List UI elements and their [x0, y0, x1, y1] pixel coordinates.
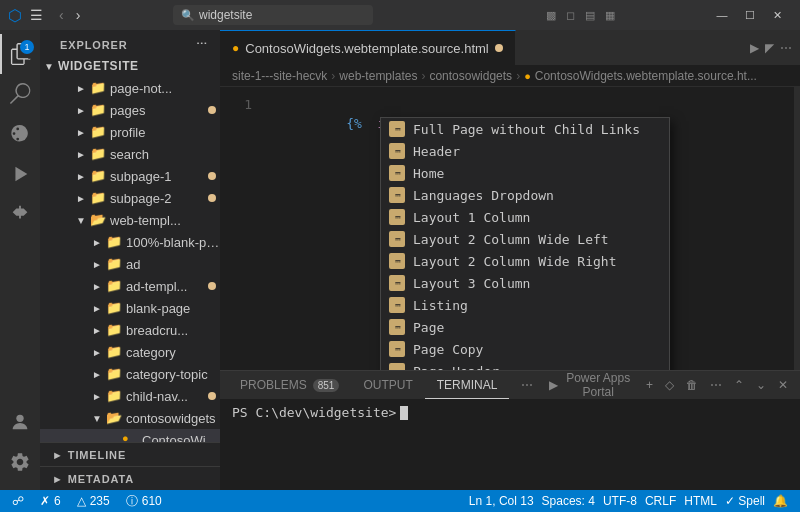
- editor-scrollbar[interactable]: [794, 87, 800, 370]
- tree-item-subpage2[interactable]: ► 📁 subpage-2: [40, 187, 220, 209]
- maximize-panel-btn[interactable]: ⌃: [730, 376, 748, 394]
- ac-item-layout2r[interactable]: ⎓ Layout 2 Column Wide Right: [381, 250, 669, 272]
- tree-item-adtempl[interactable]: ► 📁 ad-templ...: [40, 275, 220, 297]
- breadcrumb-item-3[interactable]: contosowidgets: [429, 69, 512, 83]
- status-remote[interactable]: ☍: [8, 494, 28, 508]
- status-warnings[interactable]: △ 235: [73, 494, 114, 508]
- ac-item-languages[interactable]: ⎓ Languages Dropdown: [381, 184, 669, 206]
- window-controls: — ☐ ✕: [708, 0, 792, 30]
- tree-root[interactable]: ▼ WIDGETSITE: [40, 55, 220, 77]
- activity-settings[interactable]: [0, 442, 40, 482]
- ac-item-full-page[interactable]: ⎓ Full Page without Child Links: [381, 118, 669, 140]
- search-input[interactable]: [199, 8, 319, 22]
- ac-item-header[interactable]: ⎓ Header: [381, 140, 669, 162]
- close-button[interactable]: ✕: [764, 0, 792, 30]
- activity-explorer[interactable]: 1: [0, 34, 40, 74]
- tree-item-profile[interactable]: ► 📁 profile: [40, 121, 220, 143]
- ac-item-listing[interactable]: ⎓ Listing: [381, 294, 669, 316]
- tree-item-web-templ[interactable]: ▼ 📂 web-templ...: [40, 209, 220, 231]
- ac-item-page-header[interactable]: ⎓ Page Header: [381, 360, 669, 370]
- ac-icon-layout1: ⎓: [389, 209, 405, 225]
- status-position[interactable]: Ln 1, Col 13: [465, 494, 538, 508]
- activity-run[interactable]: [0, 154, 40, 194]
- breadcrumb-item-1[interactable]: site-1---site-hecvk: [232, 69, 327, 83]
- panel-tab-problems[interactable]: PROBLEMS 851: [228, 371, 351, 399]
- ac-item-layout2l[interactable]: ⎓ Layout 2 Column Wide Left: [381, 228, 669, 250]
- menu-icon[interactable]: ☰: [30, 7, 43, 23]
- nav-back-button[interactable]: ‹: [55, 5, 68, 25]
- tree-item-blankpage[interactable]: ► 📁 blank-page: [40, 297, 220, 319]
- tree-item-search[interactable]: ► 📁 search: [40, 143, 220, 165]
- activity-search[interactable]: [0, 74, 40, 114]
- ac-icon-page-copy: ⎓: [389, 341, 405, 357]
- panel-tab-more[interactable]: ⋯: [509, 371, 545, 399]
- arrow-subpage2: ►: [76, 193, 90, 204]
- status-spell[interactable]: ✓ Spell: [721, 494, 769, 508]
- status-spaces[interactable]: Spaces: 4: [538, 494, 599, 508]
- ac-item-page[interactable]: ⎓ Page: [381, 316, 669, 338]
- status-info[interactable]: ⓘ 610: [122, 493, 166, 510]
- panel-tab-terminal[interactable]: TERMINAL: [425, 371, 510, 399]
- dot-subpage1: [208, 172, 216, 180]
- ac-item-layout1[interactable]: ⎓ Layout 1 Column: [381, 206, 669, 228]
- label-contosowid-file: ContosoWid...: [142, 433, 220, 443]
- breadcrumb-item-2[interactable]: web-templates: [339, 69, 417, 83]
- new-file-icon[interactable]: ⋯: [196, 38, 208, 51]
- layout-btn-3[interactable]: ▤: [581, 9, 599, 22]
- layout-btn-1[interactable]: ▩: [542, 9, 560, 22]
- ac-item-layout3[interactable]: ⎓ Layout 3 Column: [381, 272, 669, 294]
- editor-action-3[interactable]: ⋯: [780, 41, 792, 55]
- panel-tab-output[interactable]: OUTPUT: [351, 371, 424, 399]
- status-notifications[interactable]: 🔔: [769, 494, 792, 508]
- editor-content[interactable]: 1 {% include '' %} ⎓ Full Page without C…: [220, 87, 800, 370]
- code-area[interactable]: {% include '' %} ⎓ Full Page without Chi…: [260, 87, 794, 370]
- tree-item-ad[interactable]: ► 📁 ad: [40, 253, 220, 275]
- split-terminal-btn[interactable]: ◇: [661, 376, 678, 394]
- tree-item-breadcru[interactable]: ► 📁 breadcru...: [40, 319, 220, 341]
- active-tab[interactable]: ● ContosoWidgets.webtemplate.source.html: [220, 30, 516, 65]
- trash-terminal-btn[interactable]: 🗑: [682, 376, 702, 394]
- breadcrumb-item-4[interactable]: ContosoWidgets.webtemplate.source.ht...: [535, 69, 757, 83]
- ac-item-home[interactable]: ⎓ Home: [381, 162, 669, 184]
- ac-item-page-copy[interactable]: ⎓ Page Copy: [381, 338, 669, 360]
- tree-item-catopic[interactable]: ► 📁 category-topic: [40, 363, 220, 385]
- close-panel-btn[interactable]: ✕: [774, 376, 792, 394]
- label-category: category: [126, 345, 220, 360]
- tree-item-contosowid-file[interactable]: ● ContosoWid...: [40, 429, 220, 442]
- more-terminal-btn[interactable]: ⋯: [706, 376, 726, 394]
- new-terminal-btn[interactable]: +: [642, 376, 657, 394]
- tab-modified-dot: [495, 44, 503, 52]
- status-errors[interactable]: ✗ 6: [36, 494, 65, 508]
- editor-action-2[interactable]: ◤: [765, 41, 774, 55]
- tree-item-page-not[interactable]: ► 📁 page-not...: [40, 77, 220, 99]
- editor-action-1[interactable]: ▶: [750, 41, 759, 55]
- tree-item-pages[interactable]: ► 📁 pages: [40, 99, 220, 121]
- activity-account[interactable]: [0, 402, 40, 442]
- activity-source-control[interactable]: [0, 114, 40, 154]
- ac-label-layout3: Layout 3 Column: [413, 274, 530, 293]
- tree-item-contosowidgets[interactable]: ▼ 📂 contosowidgets: [40, 407, 220, 429]
- tree-item-category[interactable]: ► 📁 category: [40, 341, 220, 363]
- power-apps-portal-btn[interactable]: ▶ Power Apps Portal: [545, 369, 638, 401]
- metadata-section[interactable]: ► METADATA: [40, 466, 220, 490]
- timeline-section[interactable]: ► TIMELINE: [40, 442, 220, 466]
- minimize-button[interactable]: —: [708, 0, 736, 30]
- main-layout: 1 EXPLORER ⋯: [0, 30, 800, 490]
- tree-item-childnav[interactable]: ► 📁 child-nav...: [40, 385, 220, 407]
- layout-btn-4[interactable]: ▦: [601, 9, 619, 22]
- layout-btn-2[interactable]: ◻: [562, 9, 579, 22]
- status-bar: ☍ ✗ 6 △ 235 ⓘ 610 Ln 1, Col 13 Spaces: 4…: [0, 490, 800, 512]
- nav-forward-button[interactable]: ›: [72, 5, 85, 25]
- tree-item-100blank[interactable]: ► 📁 100%-blank-pa...: [40, 231, 220, 253]
- status-line-ending[interactable]: CRLF: [641, 494, 680, 508]
- folder-icon-childnav: 📁: [106, 388, 122, 404]
- folder-icon-search: 📁: [90, 146, 106, 162]
- tree-item-subpage1[interactable]: ► 📁 subpage-1: [40, 165, 220, 187]
- maximize-button[interactable]: ☐: [736, 0, 764, 30]
- status-encoding[interactable]: UTF-8: [599, 494, 641, 508]
- ac-icon-full-page: ⎓: [389, 121, 405, 137]
- search-bar[interactable]: 🔍: [173, 5, 373, 25]
- activity-extensions[interactable]: [0, 194, 40, 234]
- minimize-panel-btn[interactable]: ⌄: [752, 376, 770, 394]
- status-language[interactable]: HTML: [680, 494, 721, 508]
